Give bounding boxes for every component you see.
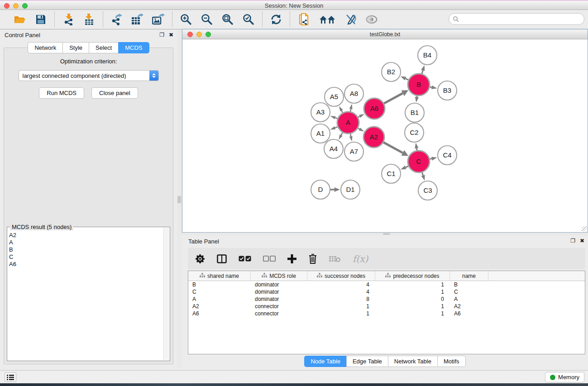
table-cell[interactable]: 1 <box>375 281 450 288</box>
tab-style[interactable]: Style <box>62 42 89 53</box>
close-panel-icon[interactable]: ✖ <box>169 32 173 38</box>
table-cell[interactable]: A <box>450 296 488 302</box>
table-cell[interactable]: A2 <box>188 303 251 310</box>
column-visibility-icon[interactable] <box>217 254 227 263</box>
result-item[interactable]: A <box>9 239 163 246</box>
table-cell[interactable]: 1 <box>375 303 450 310</box>
task-history-button[interactable] <box>5 372 16 382</box>
edge-B-B4[interactable] <box>422 71 423 74</box>
table-cell[interactable]: C <box>450 289 488 295</box>
edge-B-B3[interactable] <box>430 87 431 87</box>
table-cell[interactable]: A2 <box>450 303 488 310</box>
import-network-icon[interactable] <box>62 13 75 26</box>
edge-C-C4[interactable] <box>430 159 431 159</box>
search-input[interactable] <box>459 14 584 24</box>
float-panel-icon[interactable]: ❐ <box>159 32 164 38</box>
table-row[interactable]: Adominator80A <box>188 295 585 303</box>
tab-node-table[interactable]: Node Table <box>304 356 346 367</box>
export-table-icon[interactable] <box>131 13 144 26</box>
table-row[interactable]: Bdominator41B <box>188 281 585 288</box>
tab-network[interactable]: Network <box>28 42 62 53</box>
table-cell[interactable]: C <box>188 289 251 295</box>
zoom-out-icon[interactable] <box>201 13 213 26</box>
result-scrollbar[interactable] <box>163 228 169 360</box>
float-table-panel-icon[interactable]: ❐ <box>570 238 575 244</box>
table-row[interactable]: A6connector11A6 <box>188 310 585 317</box>
column-header-name[interactable]: name <box>450 271 488 281</box>
edge-C-C1[interactable] <box>406 166 408 167</box>
tab-motifs[interactable]: Motifs <box>437 356 466 367</box>
edge-A-A5[interactable] <box>341 110 343 113</box>
zoom-selected-icon[interactable] <box>242 13 255 26</box>
result-item[interactable]: A6 <box>9 261 163 268</box>
table-cell[interactable]: 4 <box>307 281 375 288</box>
mcds-result-list[interactable]: A2ABCA6 <box>9 232 163 360</box>
edge-A-A7[interactable] <box>350 133 351 136</box>
export-network-icon[interactable] <box>110 13 123 26</box>
table-cell[interactable]: A6 <box>188 310 251 317</box>
show-graphics-details-icon[interactable] <box>365 13 378 26</box>
column-header-MCDS-role[interactable]: MCDS role <box>251 271 307 281</box>
export-image-icon[interactable] <box>152 13 165 26</box>
tab-network-table[interactable]: Network Table <box>388 356 437 367</box>
open-file-icon[interactable] <box>14 13 26 26</box>
refresh-icon[interactable] <box>270 13 282 26</box>
zoom-fit-icon[interactable] <box>221 13 234 26</box>
table-cell[interactable]: 1 <box>375 310 450 317</box>
network-window-titlebar[interactable]: testGlobe.txt <box>182 29 588 39</box>
edge-B-B2[interactable] <box>406 79 408 80</box>
save-session-icon[interactable] <box>34 13 47 26</box>
result-item[interactable]: B <box>9 246 163 253</box>
table-cell[interactable]: dominator <box>251 289 307 295</box>
table-cell[interactable]: 8 <box>307 296 375 302</box>
vertical-split-divider[interactable] <box>177 29 182 368</box>
edge-A-A1[interactable] <box>335 127 338 128</box>
table-row[interactable]: Cdominator41C <box>188 288 585 295</box>
tab-edge-table[interactable]: Edge Table <box>346 356 388 367</box>
column-header-successor-nodes[interactable]: successor nodes <box>307 271 375 281</box>
select-all-rows-icon[interactable] <box>239 256 251 262</box>
hide-annotations-icon[interactable] <box>344 13 357 26</box>
tab-mcds[interactable]: MCDS <box>118 42 149 53</box>
table-cell[interactable]: 1 <box>375 289 450 295</box>
column-header-predecessor-nodes[interactable]: predecessor nodes <box>375 271 450 281</box>
table-cell[interactable]: 1 <box>307 310 375 317</box>
table-row[interactable]: A2connector11A2 <box>188 303 585 310</box>
node-table[interactable]: shared nameMCDS rolesuccessor nodesprede… <box>188 271 585 354</box>
column-header-shared-name[interactable]: shared name <box>188 271 251 281</box>
table-cell[interactable]: B <box>188 281 251 288</box>
memory-button[interactable]: Memory <box>545 372 584 382</box>
create-column-plus-icon[interactable] <box>287 254 296 263</box>
deselect-all-rows-icon[interactable] <box>263 256 276 262</box>
edge-C-C2[interactable] <box>416 148 417 151</box>
network-graph[interactable]: B4B2BB3A8A5A6A3B1AC2A1A2A4A7C4CC1DD1C3 <box>182 39 588 232</box>
table-cell[interactable]: B <box>450 281 488 288</box>
search-field[interactable] <box>449 13 584 25</box>
edge-A-A4[interactable] <box>341 133 343 135</box>
run-mcds-button[interactable]: Run MCDS <box>39 87 84 99</box>
edge-A-A2[interactable] <box>358 128 359 129</box>
table-cell[interactable]: 1 <box>307 303 375 310</box>
tab-select[interactable]: Select <box>89 42 118 53</box>
table-cell[interactable]: dominator <box>251 296 307 302</box>
result-item[interactable]: C <box>9 253 163 261</box>
function-builder-icon[interactable]: f(x) <box>353 253 368 264</box>
table-cell[interactable]: connector <box>251 303 307 310</box>
zoom-in-icon[interactable] <box>180 13 192 26</box>
table-cell[interactable]: 4 <box>307 289 375 295</box>
delete-column-trash-icon[interactable] <box>308 254 317 264</box>
result-item[interactable]: A2 <box>9 232 163 239</box>
close-panel-button[interactable]: Close panel <box>91 87 138 99</box>
delete-table-icon[interactable] <box>329 255 341 262</box>
table-cell[interactable]: A6 <box>450 310 488 317</box>
edge-C-C3[interactable] <box>422 172 423 176</box>
network-canvas[interactable]: B4B2BB3A8A5A6A3B1AC2A1A2A4A7C4CC1DD1C3 <box>182 39 588 232</box>
edge-A-A8[interactable] <box>350 109 351 112</box>
first-neighbors-icon[interactable] <box>318 13 336 26</box>
new-network-from-selection-icon[interactable] <box>297 13 310 26</box>
table-cell[interactable]: dominator <box>251 281 307 288</box>
edge-A-A6[interactable] <box>358 116 360 117</box>
table-cell[interactable]: connector <box>251 310 307 317</box>
table-cell[interactable]: 0 <box>375 296 450 302</box>
edge-A6-B[interactable] <box>384 93 403 104</box>
